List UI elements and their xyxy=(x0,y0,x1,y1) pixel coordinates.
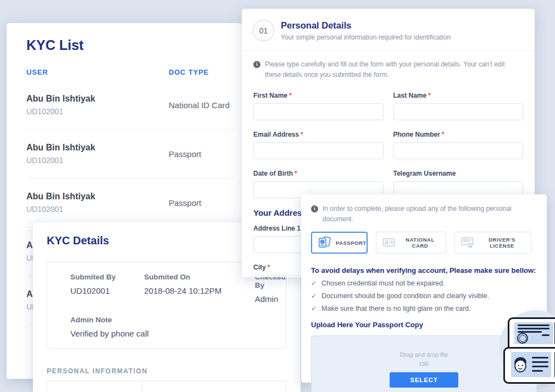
checklist-item: ✓ Document should be good condition and … xyxy=(311,292,537,300)
phone-field-group: Phone Number* xyxy=(393,131,524,159)
required-asterisk: * xyxy=(428,92,431,99)
email-field-group: Email Address* xyxy=(253,131,384,159)
person-avatar-icon xyxy=(512,355,529,376)
id-card-panel xyxy=(514,322,553,344)
page-title: KYC List xyxy=(26,37,234,53)
upload-here-heading: Upload Here Your Passport Copy xyxy=(311,321,537,329)
id-card-illustration-top xyxy=(508,317,555,351)
form-note-text: Please type carefully and fill out the f… xyxy=(265,59,521,80)
user-id: UD102001 xyxy=(26,205,169,214)
checklist-item: ✓ Chosen credential must not be expaired… xyxy=(311,279,537,287)
column-header-user: USER xyxy=(26,68,169,76)
personal-details-form: First Name* Last Name* Email Address* Ph… xyxy=(242,80,535,198)
personal-information-table: First Name Abu Bin xyxy=(47,380,286,392)
required-asterisk: * xyxy=(301,131,303,138)
document-type-options: PASSPORT NATIONAL CARD xyxy=(311,232,537,254)
passport-icon xyxy=(318,236,331,250)
telegram-label: Telegram Username xyxy=(393,170,456,177)
submitted-by-block: Submited By UD102001 xyxy=(70,273,144,304)
doc-type-cell: Passport xyxy=(169,149,234,159)
city-label: City xyxy=(253,264,266,271)
required-asterisk: * xyxy=(268,264,270,271)
user-name: Abu Bin Ishtiyak xyxy=(26,94,169,104)
form-note: i Please type carefully and fill out the… xyxy=(242,51,535,80)
email-label: Email Address xyxy=(253,131,299,138)
list-header-row: USER DOC TYPE xyxy=(26,68,234,76)
required-asterisk: * xyxy=(289,92,292,99)
required-asterisk: * xyxy=(295,170,297,177)
required-asterisk: * xyxy=(442,131,445,138)
submitted-on-value: 2018-08-24 10:12PM xyxy=(144,286,254,295)
step-header: 01 Personal Details Your simple personal… xyxy=(242,9,535,51)
info-row-label: First Name xyxy=(47,381,142,392)
first-name-label: First Name xyxy=(253,92,287,99)
admin-note-label: Admin Note xyxy=(70,316,286,324)
last-name-label: Last Name xyxy=(393,92,427,99)
doc-option-national-card[interactable]: NATIONAL CARD xyxy=(376,232,446,254)
doc-option-label: PASSPORT xyxy=(336,240,367,246)
info-icon: i xyxy=(253,61,260,68)
checklist-text: Make sure that there is no light glare o… xyxy=(321,305,471,312)
first-name-field-group: First Name* xyxy=(253,92,384,120)
drivers-license-icon xyxy=(460,236,474,250)
id-card-panel xyxy=(511,352,551,377)
checklist-text: Chosen credential must not be expaired. xyxy=(321,279,445,287)
user-cell: Abu Bin Ishtiyak UD102001 xyxy=(26,192,169,214)
address-line1-label: Address Line 1 xyxy=(253,225,301,232)
info-icon: i xyxy=(311,205,318,212)
doc-type-cell: Passport xyxy=(169,198,234,208)
check-icon: ✓ xyxy=(311,305,317,312)
check-icon: ✓ xyxy=(311,279,317,287)
submitted-on-label: Submited On xyxy=(144,273,254,281)
table-row[interactable]: Abu Bin Ishtiyak UD102001 National ID Ca… xyxy=(26,81,234,130)
doc-option-label: NATIONAL CARD xyxy=(400,237,440,249)
or-text: OR xyxy=(419,361,429,367)
checked-by-block: Checked By Admin xyxy=(255,273,286,304)
user-cell: Abu Bin Ishtiyak UD102001 xyxy=(26,94,169,116)
checklist-text: Document should be good condition and cl… xyxy=(321,292,489,300)
user-id: UD102001 xyxy=(26,156,169,165)
step-number-badge: 01 xyxy=(253,20,274,41)
table-row[interactable]: Abu Bin Ishtiyak UD102001 Passport xyxy=(26,178,234,227)
checklist-item: ✓ Make sure that there is no light glare… xyxy=(311,305,537,312)
doc-option-drivers-license[interactable]: DRIVER'S LICENSE xyxy=(454,232,531,254)
upload-note-text: In order to complete, please upload any … xyxy=(323,204,537,225)
last-name-field-group: Last Name* xyxy=(393,92,524,120)
user-name: Abu Bin Ishtiyak xyxy=(26,192,169,201)
table-row[interactable]: Abu Bin Ishtiyak UD102001 Passport xyxy=(26,130,234,178)
doc-option-label: DRIVER'S LICENSE xyxy=(479,237,525,249)
admin-note-value: Verified by phone call xyxy=(70,329,286,338)
drag-drop-text: Drag and drop file xyxy=(400,351,448,358)
phone-number-input[interactable] xyxy=(393,142,524,159)
select-file-button[interactable]: SELECT xyxy=(390,372,458,388)
id-card-illustration-bottom xyxy=(503,347,555,384)
step-subtitle: Your simple personal information require… xyxy=(281,33,451,41)
check-icon: ✓ xyxy=(311,292,317,300)
email-field[interactable] xyxy=(253,142,384,159)
doc-type-cell: National ID Card xyxy=(169,100,234,110)
submitted-by-label: Submited By xyxy=(70,273,144,281)
dob-label: Date of Birth xyxy=(253,170,293,177)
column-header-doc-type: DOC TYPE xyxy=(169,68,234,76)
submitted-by-value: UD102001 xyxy=(70,286,144,295)
verification-warning-heading: To avoid delays when verifying account, … xyxy=(311,266,537,275)
step-title: Personal Details xyxy=(281,20,451,31)
doc-option-passport[interactable]: PASSPORT xyxy=(311,232,368,254)
personal-information-heading: PERSONAL INFORMATION xyxy=(47,367,286,375)
first-name-input[interactable] xyxy=(253,103,384,120)
user-name: Abu Bin Ishtiyak xyxy=(26,143,169,153)
phone-label: Phone Number xyxy=(393,131,440,138)
passport-stamp-icon xyxy=(517,333,528,344)
submitted-on-block: Submited On 2018-08-24 10:12PM xyxy=(144,273,254,304)
info-row-value: Abu Bin xyxy=(142,381,286,392)
checked-by-value: Admin xyxy=(255,294,286,304)
kyc-admin-screen: KYC List USER DOC TYPE Abu Bin Ishtiyak … xyxy=(0,0,555,392)
last-name-input[interactable] xyxy=(393,103,524,120)
admin-note-block: Admin Note Verified by phone call xyxy=(70,316,286,338)
upload-note: i In order to complete, please upload an… xyxy=(311,204,537,225)
user-id: UD102001 xyxy=(26,107,169,116)
national-card-icon xyxy=(382,236,396,250)
user-cell: Abu Bin Ishtiyak UD102001 xyxy=(26,143,169,165)
